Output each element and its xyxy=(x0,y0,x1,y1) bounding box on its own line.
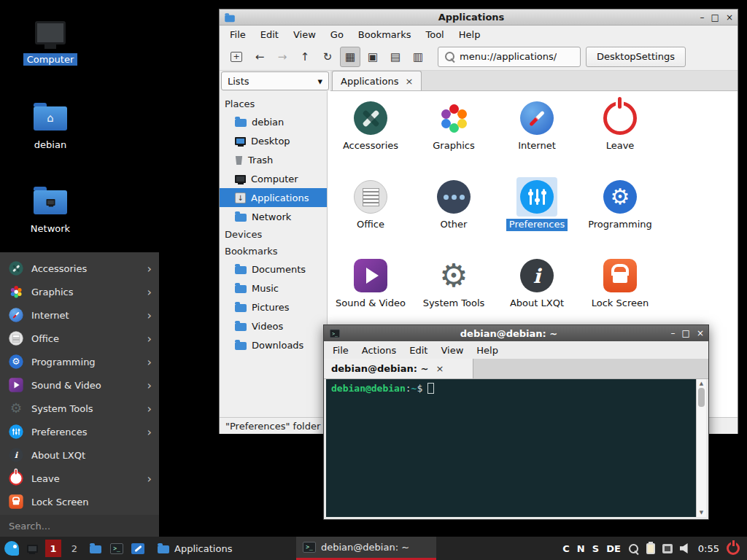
menu-view[interactable]: View xyxy=(293,29,316,40)
refresh-button[interactable]: ↻ xyxy=(317,47,338,67)
compact-view-button[interactable]: ▤ xyxy=(385,47,406,67)
sidebar-item-pictures[interactable]: Pictures xyxy=(220,298,327,316)
sidebar-item-applications[interactable]: ↓Applications xyxy=(220,188,327,207)
workspace-2-button[interactable]: 2 xyxy=(66,540,82,557)
tab-applications[interactable]: Applications × xyxy=(332,71,422,90)
sidebar-mode-combo[interactable]: Lists ▾ xyxy=(221,71,329,90)
menu-help[interactable]: Help xyxy=(476,345,498,356)
menu-edit[interactable]: Edit xyxy=(409,345,427,356)
tab-close-icon[interactable]: × xyxy=(405,76,413,87)
sidebar-item-trash[interactable]: Trash xyxy=(220,150,327,169)
desktop-icon-network[interactable]: Network xyxy=(10,185,90,235)
quicklaunch-editor-icon[interactable] xyxy=(130,540,146,557)
menu-item-preferences[interactable]: Preferences › xyxy=(0,420,159,443)
menu-item-lock-screen[interactable]: Lock Screen xyxy=(0,490,159,513)
workspace-1-button[interactable]: 1 xyxy=(45,540,61,557)
app-item-office[interactable]: Office xyxy=(329,177,412,256)
menu-item-about-lxqt[interactable]: About LXQt xyxy=(0,443,159,467)
new-tab-button[interactable]: + xyxy=(225,47,247,67)
app-item-system-tools[interactable]: System Tools xyxy=(412,256,495,335)
app-item-programming[interactable]: Programming xyxy=(578,177,662,256)
magnifier-tray-icon[interactable] xyxy=(628,543,639,554)
taskbar-task-terminal[interactable]: >_ debian@debian: ~ xyxy=(296,537,436,560)
menu-tool[interactable]: Tool xyxy=(425,29,444,40)
sidebar-item-documents[interactable]: Documents xyxy=(220,260,327,279)
panel-tray-icon[interactable] xyxy=(662,544,673,553)
menu-item-system-tools[interactable]: System Tools › xyxy=(0,397,159,420)
desktop-settings-button[interactable]: DesktopSettings xyxy=(586,47,686,67)
minimize-icon[interactable]: – xyxy=(700,13,705,22)
menu-item-leave[interactable]: Leave › xyxy=(0,467,159,490)
sidebar-item-computer[interactable]: Computer xyxy=(220,169,327,188)
menu-edit[interactable]: Edit xyxy=(260,29,279,40)
path-bar[interactable]: menu://applications/ xyxy=(438,47,581,67)
menu-file[interactable]: File xyxy=(333,345,349,356)
sidebar-item-videos[interactable]: Videos xyxy=(220,316,327,335)
clipboard-tray-icon[interactable] xyxy=(646,543,655,554)
menu-go[interactable]: Go xyxy=(330,29,344,40)
sidebar-item-debian[interactable]: debian xyxy=(220,112,327,131)
menu-bookmarks[interactable]: Bookmarks xyxy=(358,29,411,40)
terminal-tab[interactable]: debian@debian: ~ × xyxy=(324,359,473,378)
up-button[interactable]: ↑ xyxy=(295,47,315,67)
tab-close-icon[interactable]: × xyxy=(436,363,444,374)
desktop-icon-computer[interactable]: Computer xyxy=(10,16,90,66)
sidebar-item-network[interactable]: Network xyxy=(220,207,327,226)
maximize-icon[interactable]: □ xyxy=(682,329,690,338)
menu-help[interactable]: Help xyxy=(459,29,481,40)
menu-item-sound-video[interactable]: Sound & Video › xyxy=(0,373,159,397)
scrollbar-thumb[interactable] xyxy=(698,388,705,407)
app-item-preferences[interactable]: Preferences xyxy=(495,177,578,256)
sidebar-item-downloads[interactable]: Downloads xyxy=(220,335,327,354)
menu-item-internet[interactable]: Internet › xyxy=(0,303,159,327)
scroll-down-icon[interactable]: ▼ xyxy=(700,510,703,516)
desktop-icon-debian[interactable]: ⌂ debian xyxy=(10,101,90,151)
show-desktop-icon[interactable] xyxy=(24,540,40,557)
menu-item-programming[interactable]: Programming › xyxy=(0,350,159,373)
fm-titlebar[interactable]: Applications – □ × xyxy=(220,9,738,26)
menu-file[interactable]: File xyxy=(230,29,246,40)
app-item-internet[interactable]: Internet xyxy=(495,98,578,177)
menu-view[interactable]: View xyxy=(441,345,463,356)
minimize-icon[interactable]: – xyxy=(671,329,676,338)
search-input[interactable] xyxy=(9,521,150,532)
app-item-other[interactable]: Other xyxy=(412,177,495,256)
close-icon[interactable]: × xyxy=(726,13,733,22)
app-item-sound-video[interactable]: Sound & Video xyxy=(329,256,412,335)
quicklaunch-file-manager-icon[interactable] xyxy=(88,540,104,557)
back-button[interactable]: ← xyxy=(249,47,270,67)
sidebar-item-music[interactable]: Music xyxy=(220,279,327,298)
terminal-screen[interactable]: debian@debian:~$ xyxy=(326,379,696,517)
clock[interactable]: 0:55 xyxy=(698,543,719,554)
close-icon[interactable]: × xyxy=(697,329,704,338)
keyboard-layout-indicator[interactable]: DE xyxy=(606,543,621,554)
taskbar-task-applications[interactable]: Applications xyxy=(151,537,291,560)
app-item-accessories[interactable]: Accessories xyxy=(329,98,412,177)
maximize-icon[interactable]: □ xyxy=(711,13,719,22)
submenu-arrow-icon: › xyxy=(147,355,152,369)
scroll-up-icon[interactable]: ▲ xyxy=(700,381,703,386)
terminal-titlebar[interactable]: >_ debian@debian: ~ – □ × xyxy=(324,325,708,341)
forward-button[interactable]: → xyxy=(272,47,293,67)
sound-video-icon xyxy=(9,378,23,392)
accessories-icon xyxy=(9,261,23,276)
app-item-leave[interactable]: Leave xyxy=(578,98,662,177)
power-tray-icon[interactable] xyxy=(727,542,740,555)
app-item-about-lxqt[interactable]: About LXQt xyxy=(495,256,578,335)
menu-item-accessories[interactable]: Accessories › xyxy=(0,257,159,280)
volume-icon[interactable] xyxy=(680,543,691,554)
menu-item-graphics[interactable]: Graphics › xyxy=(0,280,159,303)
quicklaunch-terminal-icon[interactable]: >_ xyxy=(109,540,125,557)
sidebar-item-desktop[interactable]: Desktop xyxy=(220,131,327,150)
thumbnail-view-button[interactable]: ▣ xyxy=(363,47,383,67)
app-item-graphics[interactable]: Graphics xyxy=(412,98,495,177)
detailed-view-button[interactable]: ▥ xyxy=(408,47,428,67)
folder-icon xyxy=(235,304,247,312)
app-item-lock-screen[interactable]: Lock Screen xyxy=(578,256,662,335)
lxqt-menu-icon[interactable] xyxy=(4,541,19,556)
accessories-icon xyxy=(350,98,391,138)
icon-view-button[interactable]: ▦ xyxy=(340,47,360,67)
menu-actions[interactable]: Actions xyxy=(362,345,397,356)
terminal-scrollbar[interactable]: ▲ ▼ xyxy=(696,379,706,517)
menu-item-office[interactable]: Office › xyxy=(0,327,159,350)
